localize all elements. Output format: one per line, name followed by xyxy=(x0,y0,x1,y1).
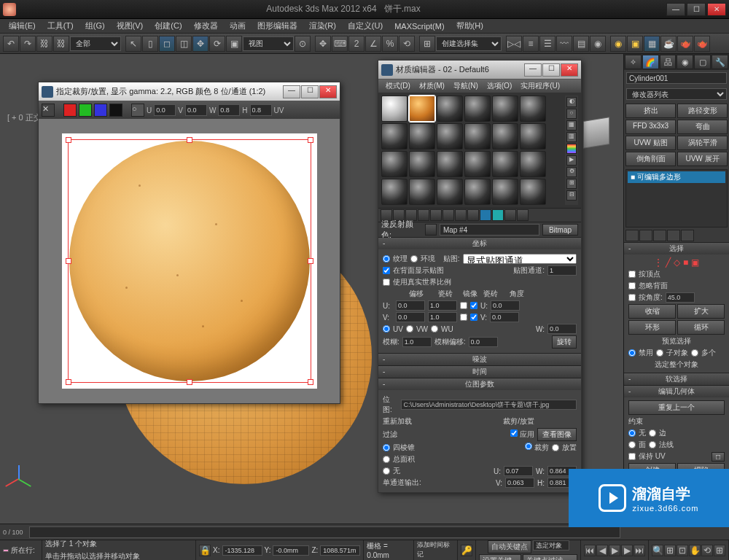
y-field[interactable] xyxy=(273,545,309,556)
put-to-lib-button[interactable] xyxy=(455,209,467,221)
place-radio[interactable] xyxy=(552,444,559,451)
key-filter-button[interactable]: 关键点过滤器... xyxy=(523,554,577,560)
quick-render-button[interactable]: ☕ xyxy=(660,36,677,52)
sumarea-radio[interactable] xyxy=(383,456,390,463)
show-map-button[interactable] xyxy=(480,209,491,221)
bp-u-spin[interactable] xyxy=(504,466,533,476)
constrain-edge-radio[interactable] xyxy=(649,429,656,437)
crop-v-field[interactable] xyxy=(185,104,207,116)
btn-uvwmap[interactable]: UVW 贴图 xyxy=(625,136,676,150)
map-channel-dropdown[interactable]: 显式贴图通道 xyxy=(463,254,577,264)
menu-tools[interactable]: 工具(T) xyxy=(42,19,79,33)
crop-handle-bl[interactable] xyxy=(66,379,71,385)
make-copy-button[interactable] xyxy=(430,209,442,221)
crop-dialog-titlebar[interactable]: 指定裁剪/放置, 显示 gamma: 2.2, RGB 颜色 8 位/通道 (1… xyxy=(39,82,340,101)
mat-min-button[interactable]: — xyxy=(524,63,542,77)
ring-button[interactable]: 环形 xyxy=(628,320,676,335)
show-end-button[interactable] xyxy=(639,230,652,241)
pan-button[interactable]: ✋ xyxy=(689,545,701,556)
crop-min-button[interactable]: — xyxy=(283,85,300,98)
video-color-icon[interactable] xyxy=(566,144,577,154)
goto-start-button[interactable]: ⏮ xyxy=(584,545,596,556)
select-manip-button[interactable]: ✥ xyxy=(315,36,331,52)
material-slot-6[interactable] xyxy=(520,96,546,122)
tab-utilities[interactable]: 🔧 xyxy=(712,55,728,69)
tab-motion[interactable]: ◉ xyxy=(677,55,693,69)
channel-red-button[interactable] xyxy=(63,104,77,117)
btn-turbosmooth[interactable]: 涡轮平滑 xyxy=(677,136,728,150)
scale-button[interactable]: ▣ xyxy=(226,36,242,52)
go-forward-button[interactable] xyxy=(517,209,529,221)
rollout-bitmap-header[interactable]: 位图参数 xyxy=(378,378,581,390)
teapot-icon[interactable]: 🫖 xyxy=(677,36,693,52)
menu-create[interactable]: 创建(C) xyxy=(149,19,187,33)
curve-editor-button[interactable]: 〰 xyxy=(556,36,572,52)
redo-button[interactable]: ↷ xyxy=(20,36,36,52)
set-key-button[interactable]: 设置关键点 xyxy=(479,554,521,560)
v-mirror-check[interactable] xyxy=(460,314,467,321)
view-image-button[interactable]: 查看图像 xyxy=(537,428,577,441)
selection-lock-button[interactable]: ⊞ xyxy=(419,36,435,52)
menu-render[interactable]: 渲染(R) xyxy=(303,19,342,33)
apply-check[interactable] xyxy=(510,429,518,437)
constrain-normal-radio[interactable] xyxy=(649,441,656,448)
material-slot-10[interactable] xyxy=(464,123,491,149)
material-slot-20[interactable] xyxy=(409,179,435,205)
tab-modify[interactable]: 🌈 xyxy=(642,55,659,69)
schematic-button[interactable]: ▤ xyxy=(573,36,589,52)
poly-icon[interactable]: ■ xyxy=(683,257,688,268)
map-channel-spin[interactable] xyxy=(547,265,577,276)
stack-item-editablepoly[interactable]: ■ 可编辑多边形 xyxy=(628,171,725,183)
channel-green-button[interactable] xyxy=(79,104,92,117)
material-slot-19[interactable] xyxy=(381,179,408,205)
bitmap-path-field[interactable] xyxy=(401,400,577,410)
ref-coord-dropdown[interactable]: 视图 xyxy=(243,36,294,51)
rotate-button[interactable]: 旋转 xyxy=(552,335,577,349)
mirror-button[interactable]: ▷◁ xyxy=(506,36,522,52)
menu-group[interactable]: 组(G) xyxy=(79,19,111,33)
rollout-editgeom-header[interactable]: 编辑几何体 xyxy=(624,386,729,397)
texture-radio[interactable] xyxy=(383,255,390,262)
link-button[interactable]: ⛓ xyxy=(36,36,52,52)
menu-edit[interactable]: 编辑(E) xyxy=(3,19,42,33)
constrain-none-radio[interactable] xyxy=(628,429,636,437)
element-icon[interactable]: ▣ xyxy=(691,257,699,268)
preview-multi-radio[interactable] xyxy=(691,349,698,357)
rendered-frame-button[interactable]: ▦ xyxy=(644,36,660,52)
material-slot-15[interactable] xyxy=(437,151,463,177)
teapot2-icon[interactable]: 🫖 xyxy=(694,36,710,52)
channel-blue-button[interactable] xyxy=(94,104,107,117)
crop-handle-t[interactable] xyxy=(187,137,192,143)
window-crossing-button[interactable]: ◫ xyxy=(176,36,192,52)
angle-spin[interactable] xyxy=(666,292,695,303)
wu-radio[interactable] xyxy=(431,325,438,332)
crop-w-field[interactable] xyxy=(218,104,240,116)
crop-h-field[interactable] xyxy=(250,104,272,116)
goto-end-button[interactable]: ⏭ xyxy=(634,545,645,556)
material-slot-5[interactable] xyxy=(492,96,518,122)
grow-button[interactable]: 扩大 xyxy=(677,304,725,319)
shrink-button[interactable]: 收缩 xyxy=(628,304,676,319)
u-angle-spin[interactable] xyxy=(491,300,520,311)
monochrome-button[interactable]: ○ xyxy=(131,104,144,117)
vw-radio[interactable] xyxy=(406,325,413,332)
material-slot-23[interactable] xyxy=(492,179,518,205)
minimize-button[interactable]: — xyxy=(666,3,685,16)
loop-button[interactable]: 循环 xyxy=(677,320,725,335)
pyramid-radio[interactable] xyxy=(383,444,390,451)
btn-bevelprofile[interactable]: 倒角剖面 xyxy=(625,152,676,166)
auto-key-button[interactable]: 自动关键点 xyxy=(488,540,531,553)
crop-handle-r[interactable] xyxy=(308,258,313,264)
unlink-button[interactable]: ⛓ xyxy=(53,36,69,52)
key-target[interactable] xyxy=(533,540,569,551)
crop-bbox[interactable] xyxy=(68,139,311,383)
z-field[interactable] xyxy=(320,545,360,556)
material-slot-8[interactable] xyxy=(409,123,435,149)
tab-hierarchy[interactable]: 品 xyxy=(660,55,677,69)
vertex-icon[interactable]: ⋮ xyxy=(654,257,663,268)
crop-radio[interactable] xyxy=(525,443,532,450)
material-slot-12[interactable] xyxy=(520,123,546,149)
select-region-button[interactable]: ◻ xyxy=(159,36,175,52)
material-slot-24[interactable] xyxy=(520,179,546,205)
crop-canvas[interactable] xyxy=(39,119,340,403)
